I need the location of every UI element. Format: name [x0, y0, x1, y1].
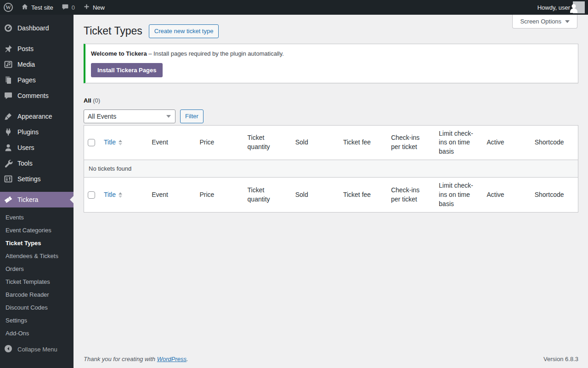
column-header-title: Title — [99, 126, 147, 161]
column-header-active: Active — [482, 126, 530, 161]
sidebar-item-label: Settings — [17, 175, 41, 183]
sidebar-item-users[interactable]: Users — [0, 140, 74, 155]
submenu-item-ticket-templates[interactable]: Ticket Templates — [0, 275, 74, 288]
admin-bar: W Test site 0 New Howdy, user — [0, 0, 588, 15]
wordpress-logo-icon: W — [4, 3, 13, 12]
settings-icon — [4, 174, 13, 184]
sidebar-item-label: Tickera — [17, 196, 38, 203]
sidebar-item-label: Appearance — [17, 113, 52, 120]
pages-icon — [4, 75, 13, 85]
collapse-menu-button[interactable]: Collapse Menu — [0, 341, 74, 357]
submenu-item-discount-codes[interactable]: Discount Codes — [0, 301, 74, 314]
pin-icon — [4, 44, 13, 53]
submenu-item-add-ons[interactable]: Add-Ons — [0, 327, 74, 339]
sidebar-item-pages[interactable]: Pages — [0, 72, 74, 88]
plugin-icon — [4, 127, 13, 137]
sidebar-item-appearance[interactable]: Appearance — [0, 109, 74, 124]
plus-icon — [83, 3, 90, 12]
column-header-price: Price — [195, 178, 243, 212]
notice-title: Welcome to Tickera — [91, 50, 147, 57]
submenu-item-ticket-types[interactable]: Ticket Types — [0, 236, 74, 249]
sidebar-item-label: Media — [17, 61, 35, 68]
sidebar-item-settings[interactable]: Settings — [0, 171, 74, 187]
table-footer-row: TitleEventPriceTicket quantitySoldTicket… — [84, 178, 578, 212]
site-name-link[interactable]: Test site — [21, 0, 53, 15]
submenu-item-events[interactable]: Events — [0, 211, 74, 224]
howdy-user-menu[interactable]: Howdy, user — [537, 1, 585, 13]
dashboard-icon — [4, 23, 13, 33]
sidebar-item-media[interactable]: Media — [0, 57, 74, 72]
main-content: Screen Options Ticket Types Create new t… — [74, 15, 588, 368]
comments-count: 0 — [72, 4, 75, 11]
empty-table-row: No tickets found — [84, 160, 578, 178]
sort-arrows-icon — [119, 140, 122, 145]
comments-bubble-link[interactable]: 0 — [62, 0, 75, 15]
page-title: Ticket Types — [84, 24, 142, 38]
table-nav: All Events Filter — [84, 109, 578, 123]
column-label: Title — [104, 138, 116, 147]
column-header-ticket-fee: Ticket fee — [339, 126, 386, 161]
column-header-sold: Sold — [291, 126, 339, 161]
wrench-icon — [4, 159, 13, 168]
notice-message: – Install pages required by the plugin a… — [147, 50, 284, 57]
current-menu-arrow — [70, 196, 74, 203]
column-header-active: Active — [482, 178, 530, 212]
column-header-price: Price — [195, 126, 243, 161]
submenu-item-settings[interactable]: Settings — [0, 314, 74, 327]
select-all-checkbox-top[interactable] — [88, 139, 95, 146]
media-icon — [4, 60, 13, 69]
wordpress-logo-menu[interactable]: W — [4, 0, 13, 15]
sort-by-title-link[interactable]: Title — [104, 138, 122, 147]
sidebar-item-tools[interactable]: Tools — [0, 155, 74, 171]
chevron-down-icon — [565, 20, 570, 23]
sidebar-item-dashboard[interactable]: Dashboard — [0, 20, 74, 36]
wordpress-link[interactable]: WordPress — [157, 356, 187, 362]
column-header-sold: Sold — [291, 178, 339, 212]
filter-all-count: (0) — [93, 97, 100, 104]
sidebar-item-comments[interactable]: Comments — [0, 88, 74, 104]
welcome-notice: Welcome to Tickera – Install pages requi… — [84, 44, 578, 83]
column-header-event: Event — [147, 178, 195, 212]
new-label: New — [93, 4, 105, 11]
column-header-event: Event — [147, 126, 195, 161]
sidebar-item-posts[interactable]: Posts — [0, 41, 74, 57]
sidebar-item-tickera[interactable]: Tickera — [0, 192, 74, 207]
tickera-submenu: EventsEvent CategoriesTicket TypesAttend… — [0, 207, 74, 343]
submenu-item-barcode-reader[interactable]: Barcode Reader — [0, 288, 74, 301]
brush-icon — [4, 112, 13, 121]
sidebar-item-plugins[interactable]: Plugins — [0, 124, 74, 140]
install-tickera-pages-button[interactable]: Install Tickera Pages — [91, 63, 163, 77]
footer-thanks-text: Thank you for creating with WordPress. — [84, 356, 188, 362]
sidebar-item-label: Tools — [17, 160, 33, 167]
events-filter-select[interactable]: All Events — [84, 109, 175, 123]
sidebar-item-label: Users — [17, 144, 34, 151]
column-header-ticket-fee: Ticket fee — [339, 178, 386, 212]
admin-footer: Thank you for creating with WordPress. V… — [84, 356, 578, 362]
submenu-item-attendees-tickets[interactable]: Attendees & Tickets — [0, 249, 74, 262]
select-all-checkbox-bottom[interactable] — [88, 191, 95, 199]
filter-button[interactable]: Filter — [180, 109, 204, 123]
column-label: Title — [104, 190, 116, 200]
sidebar-item-label: Dashboard — [17, 24, 49, 32]
collapse-arrow-icon — [4, 344, 13, 355]
column-header-limit-check-ins-on-time-basis: Limit check-ins on time basis — [434, 126, 482, 161]
submenu-item-event-categories[interactable]: Event Categories — [0, 224, 74, 236]
comment-bubble-icon — [62, 3, 69, 12]
sort-by-title-link[interactable]: Title — [104, 190, 122, 200]
table-header-row: TitleEventPriceTicket quantitySoldTicket… — [84, 126, 578, 161]
column-header-ticket-quantity: Ticket quantity — [243, 126, 291, 161]
list-filter-links: All (0) — [84, 97, 578, 104]
user-icon — [4, 143, 13, 152]
comments-icon — [4, 91, 13, 100]
screen-options-button[interactable]: Screen Options — [512, 15, 577, 29]
ticket-types-table: TitleEventPriceTicket quantitySoldTicket… — [84, 125, 578, 213]
new-content-menu[interactable]: New — [83, 0, 105, 15]
column-header-shortcode: Shortcode — [530, 126, 578, 161]
sidebar-item-label: Pages — [17, 76, 36, 84]
home-icon — [21, 3, 28, 12]
submenu-item-orders[interactable]: Orders — [0, 262, 74, 275]
filter-all-link[interactable]: All — [84, 97, 91, 104]
site-name-label: Test site — [31, 4, 53, 11]
sidebar-item-label: Posts — [17, 45, 34, 52]
create-new-ticket-type-button[interactable]: Create new ticket type — [149, 24, 219, 38]
